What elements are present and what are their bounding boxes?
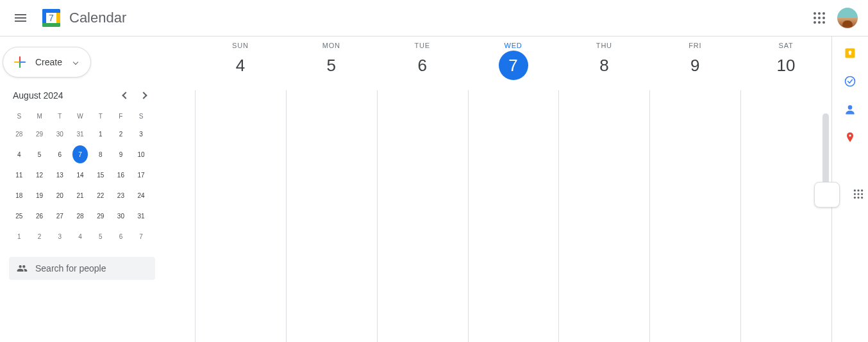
mini-cal-day[interactable]: 3 xyxy=(52,227,67,245)
chevron-right-icon xyxy=(140,92,147,99)
chevron-left-icon xyxy=(122,92,129,99)
date-number[interactable]: 5 xyxy=(317,51,346,80)
calendar-logo-icon: 7 xyxy=(38,5,64,31)
mini-cal-day[interactable]: 4 xyxy=(12,145,27,163)
mini-cal-day[interactable]: 10 xyxy=(133,145,149,163)
date-number[interactable]: 7 xyxy=(499,51,528,80)
day-header: MON5 xyxy=(286,37,377,90)
addons-button[interactable] xyxy=(854,190,863,199)
week-header: SUN4MON5TUE6WED7THU8FRI9SAT10 xyxy=(164,37,831,90)
mini-cal-day[interactable]: 6 xyxy=(52,145,67,163)
mini-cal-day[interactable]: 5 xyxy=(32,145,47,163)
day-header: WED7 xyxy=(468,37,559,90)
mini-cal-dow: S xyxy=(9,108,29,124)
day-column[interactable] xyxy=(286,90,377,342)
date-number[interactable]: 9 xyxy=(680,51,710,80)
side-panel-toggle[interactable] xyxy=(814,182,840,208)
keep-icon[interactable] xyxy=(844,47,856,60)
mini-cal-day[interactable]: 26 xyxy=(32,207,47,225)
mini-cal-day[interactable]: 13 xyxy=(52,166,67,184)
mini-calendar-title: August 2024 xyxy=(9,90,63,101)
date-number[interactable]: 10 xyxy=(771,51,801,80)
search-people[interactable] xyxy=(9,257,155,280)
mini-cal-day[interactable]: 14 xyxy=(72,166,88,184)
scrollbar-thumb[interactable] xyxy=(822,113,829,184)
date-number[interactable]: 8 xyxy=(589,51,619,80)
mini-cal-day[interactable]: 30 xyxy=(52,125,67,143)
mini-calendar: August 2024 SMTWTFS282930311234567891011… xyxy=(0,77,164,247)
mini-cal-day[interactable]: 24 xyxy=(133,186,149,204)
mini-cal-day[interactable]: 20 xyxy=(52,186,67,204)
svg-point-6 xyxy=(849,134,851,136)
mini-cal-day[interactable]: 12 xyxy=(32,166,47,184)
mini-cal-day[interactable]: 27 xyxy=(52,207,67,225)
mini-cal-day[interactable]: 3 xyxy=(133,125,149,143)
mini-cal-day[interactable]: 28 xyxy=(72,207,88,225)
mini-cal-day[interactable]: 2 xyxy=(113,125,128,143)
mini-cal-day[interactable]: 11 xyxy=(12,166,27,184)
day-column[interactable] xyxy=(740,90,831,342)
mini-cal-day[interactable]: 31 xyxy=(133,207,149,225)
day-of-week-label: MON xyxy=(286,42,377,49)
create-button-label: Create xyxy=(35,57,62,67)
mini-cal-day[interactable]: 5 xyxy=(93,227,108,245)
main-menu-button[interactable] xyxy=(5,3,36,33)
day-header: THU8 xyxy=(558,37,649,90)
app-logo[interactable]: 7 Calendar xyxy=(38,5,126,31)
mini-cal-day[interactable]: 23 xyxy=(113,186,128,204)
mini-cal-dow: M xyxy=(29,108,50,124)
maps-icon[interactable] xyxy=(844,131,856,144)
mini-cal-day[interactable]: 31 xyxy=(72,125,88,143)
mini-cal-day[interactable]: 6 xyxy=(113,227,128,245)
mini-cal-day[interactable]: 7 xyxy=(133,227,149,245)
mini-cal-day[interactable]: 15 xyxy=(93,166,108,184)
date-number[interactable]: 6 xyxy=(408,51,437,80)
mini-cal-day[interactable]: 8 xyxy=(93,145,108,163)
google-apps-button[interactable] xyxy=(806,5,832,31)
mini-cal-day[interactable]: 9 xyxy=(113,145,128,163)
mini-cal-day[interactable]: 1 xyxy=(93,125,108,143)
mini-calendar-grid: SMTWTFS282930311234567891011121314151617… xyxy=(9,108,151,247)
mini-cal-day[interactable]: 28 xyxy=(12,125,27,143)
mini-cal-day[interactable]: 25 xyxy=(12,207,27,225)
mini-cal-day[interactable]: 18 xyxy=(12,186,27,204)
chevron-down-icon xyxy=(73,60,78,65)
mini-cal-day[interactable]: 29 xyxy=(32,125,47,143)
day-column[interactable] xyxy=(377,90,468,342)
week-grid[interactable] xyxy=(164,90,831,342)
day-header: TUE6 xyxy=(377,37,468,90)
mini-cal-day[interactable]: 29 xyxy=(93,207,108,225)
next-month-button[interactable] xyxy=(136,88,151,103)
day-column[interactable] xyxy=(649,90,740,342)
mini-cal-day[interactable]: 2 xyxy=(32,227,47,245)
day-column[interactable] xyxy=(468,90,559,342)
calendar-week-view: SUN4MON5TUE6WED7THU8FRI9SAT10 xyxy=(164,37,832,342)
mini-cal-day[interactable]: 17 xyxy=(133,166,149,184)
mini-cal-day[interactable]: 19 xyxy=(32,186,47,204)
day-of-week-label: TUE xyxy=(377,42,468,49)
day-of-week-label: THU xyxy=(558,42,649,49)
day-of-week-label: SUN xyxy=(195,42,286,49)
mini-cal-day[interactable]: 21 xyxy=(72,186,88,204)
mini-cal-day[interactable]: 16 xyxy=(113,166,128,184)
mini-cal-dow: T xyxy=(90,108,111,124)
tasks-icon[interactable] xyxy=(844,75,856,88)
day-column[interactable] xyxy=(558,90,649,342)
day-column[interactable] xyxy=(195,90,286,342)
contacts-icon[interactable] xyxy=(844,103,856,116)
create-button[interactable]: Create xyxy=(3,47,91,77)
date-number[interactable]: 4 xyxy=(226,51,255,80)
account-avatar[interactable] xyxy=(837,8,858,28)
mini-cal-day[interactable]: 4 xyxy=(72,227,88,245)
scrollbar[interactable] xyxy=(822,113,830,305)
hamburger-icon xyxy=(13,10,28,26)
prev-month-button[interactable] xyxy=(118,88,133,103)
mini-cal-day[interactable]: 30 xyxy=(113,207,128,225)
search-people-input[interactable] xyxy=(35,263,147,273)
day-of-week-label: WED xyxy=(468,42,559,49)
mini-cal-dow: S xyxy=(131,108,151,124)
mini-cal-day[interactable]: 1 xyxy=(12,227,27,245)
day-header: SUN4 xyxy=(195,37,286,90)
mini-cal-day[interactable]: 22 xyxy=(93,186,108,204)
mini-cal-day[interactable]: 7 xyxy=(72,145,88,163)
